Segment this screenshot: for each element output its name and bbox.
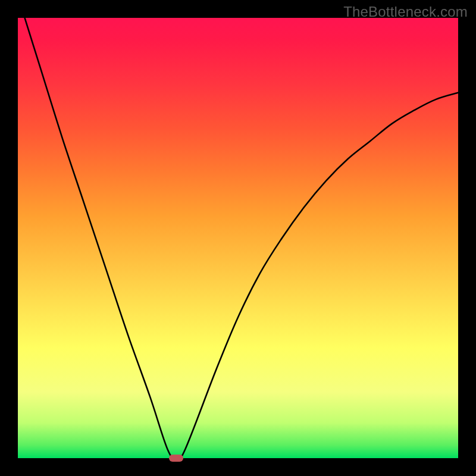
curve-svg — [18, 18, 458, 458]
curve-line — [18, 0, 458, 460]
min-marker — [169, 455, 183, 462]
chart-container: TheBottleneck.com — [0, 0, 476, 476]
